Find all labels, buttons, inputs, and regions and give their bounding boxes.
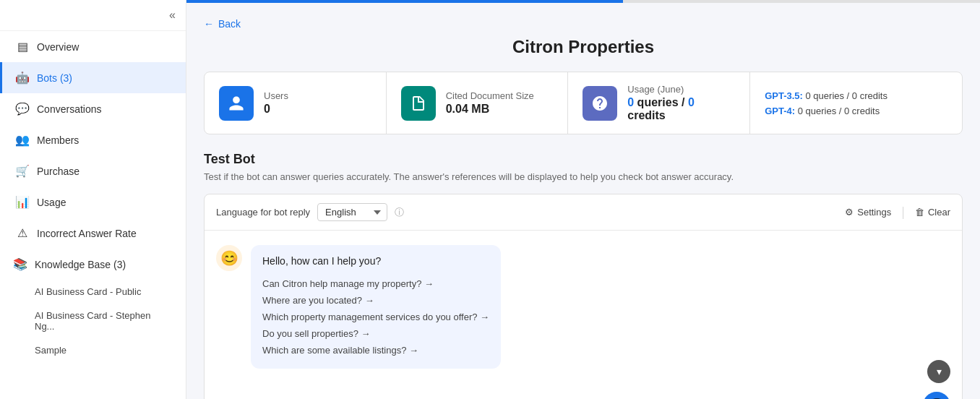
sub-item-label: AI Business Card - Stephen Ng...: [35, 310, 150, 332]
chevron-down-icon: ▾: [937, 366, 942, 377]
suggestion-0[interactable]: Can Citron help manage my property? →: [262, 275, 489, 292]
usage-stat-info: Usage (June) 0 queries / 0 credits: [627, 84, 735, 122]
suggestion-2[interactable]: Which property management services do yo…: [262, 309, 489, 325]
back-label: Back: [218, 18, 241, 30]
clear-label: Clear: [928, 207, 950, 218]
purchase-icon: 🛒: [15, 164, 30, 178]
clear-button[interactable]: 🗑 Clear: [915, 207, 950, 218]
settings-label: Settings: [857, 207, 891, 218]
usage-stat-label: Usage (June): [627, 84, 735, 95]
sidebar-item-label: Members: [37, 134, 79, 146]
bot-avatar: 😊: [216, 245, 242, 271]
gpt35-label: GPT-3.5:: [765, 90, 803, 101]
language-bar: Language for bot reply English Spanish F…: [205, 194, 962, 231]
chat-support-button[interactable]: 💬: [923, 392, 950, 399]
usage-stat-icon: [583, 86, 617, 121]
users-stat-icon: [219, 86, 254, 121]
sidebar-item-label: Bots (3): [37, 72, 72, 84]
sidebar-item-purchase[interactable]: 🛒 Purchase: [0, 155, 186, 186]
knowledge-base-label: Knowledge Base (3): [35, 259, 126, 270]
language-select[interactable]: English Spanish French German Chinese Ja…: [317, 203, 387, 221]
test-bot-section-title: Test Bot: [204, 152, 963, 167]
language-label: Language for bot reply: [216, 207, 310, 218]
cited-doc-stat-icon: [401, 86, 436, 121]
sidebar-item-bots[interactable]: 🤖 Bots (3): [0, 62, 186, 93]
suggestion-3[interactable]: Do you sell properties? →: [262, 325, 489, 342]
settings-icon: ⚙: [845, 207, 854, 218]
gpt4-value: 0 queries / 0 credits: [798, 106, 880, 116]
sidebar-item-overview[interactable]: ▤ Overview: [0, 31, 186, 62]
bot-greeting: Hello, how can I help you?: [262, 255, 489, 267]
sidebar-sub-item-ai-business-card-stephen[interactable]: AI Business Card - Stephen Ng...: [0, 304, 186, 338]
test-bot-container: Language for bot reply English Spanish F…: [204, 194, 963, 399]
bot-message: 😊 Hello, how can I help you? Can Citron …: [216, 245, 950, 369]
knowledge-base-icon: 📚: [13, 257, 27, 271]
stat-card-users: Users 0: [205, 72, 387, 134]
sidebar-item-members[interactable]: 👥 Members: [0, 124, 186, 155]
incorrect-answer-icon: ⚠: [15, 226, 30, 240]
sidebar-item-label: Incorrect Answer Rate: [37, 228, 137, 239]
gpt4-label: GPT-4:: [765, 106, 795, 116]
suggestion-4[interactable]: Which are some available listings? →: [262, 342, 489, 359]
usage-icon: 📊: [15, 195, 30, 209]
gpt35-value: 0 queries / 0 credits: [806, 90, 887, 101]
settings-button[interactable]: ⚙ Settings: [845, 207, 891, 218]
cited-doc-stat-info: Cited Document Size 0.04 MB: [446, 90, 534, 116]
sidebar: « ▤ Overview 🤖 Bots (3) 💬 Conversations …: [0, 0, 186, 399]
gpt35-row: GPT-3.5: 0 queries / 0 credits: [765, 90, 947, 101]
gpt4-row: GPT-4: 0 queries / 0 credits: [765, 106, 947, 116]
language-left: Language for bot reply English Spanish F…: [216, 203, 404, 221]
trash-icon: 🗑: [915, 207, 924, 218]
test-bot-section-desc: Test if the bot can answer queries accur…: [204, 171, 963, 182]
page-title: Citron Properties: [204, 37, 963, 57]
members-icon: 👥: [15, 133, 30, 147]
sub-item-label: AI Business Card - Public: [35, 286, 141, 297]
sidebar-item-incorrect-answer-rate[interactable]: ⚠ Incorrect Answer Rate: [0, 218, 186, 249]
usage-stat-value: 0 queries / 0 credits: [627, 96, 735, 122]
sidebar-knowledge-base[interactable]: 📚 Knowledge Base (3): [0, 249, 186, 280]
language-info-icon: ⓘ: [395, 206, 404, 219]
content-area: ← Back Citron Properties Users 0: [186, 3, 980, 399]
sidebar-item-conversations[interactable]: 💬 Conversations: [0, 93, 186, 124]
divider: |: [901, 205, 905, 220]
sidebar-item-label: Purchase: [37, 166, 79, 177]
sidebar-item-label: Conversations: [37, 103, 102, 115]
back-arrow-icon: ←: [204, 18, 214, 30]
language-right: ⚙ Settings | 🗑 Clear: [845, 205, 950, 220]
back-button[interactable]: ← Back: [204, 18, 241, 30]
sidebar-sub-item-ai-business-card-public[interactable]: AI Business Card - Public: [0, 280, 186, 304]
sidebar-sub-item-sample[interactable]: Sample: [0, 338, 186, 362]
sidebar-item-label: Overview: [37, 41, 79, 53]
sub-item-label: Sample: [35, 345, 66, 356]
stats-row: Users 0 Cited Document Size 0.04 MB: [204, 72, 963, 134]
sidebar-item-usage[interactable]: 📊 Usage: [0, 186, 186, 218]
bot-bubble: Hello, how can I help you? Can Citron he…: [251, 245, 501, 369]
stat-card-cited-doc: Cited Document Size 0.04 MB: [387, 72, 569, 134]
overview-icon: ▤: [15, 40, 30, 53]
gpt-usage-card: GPT-3.5: 0 queries / 0 credits GPT-4: 0 …: [750, 72, 962, 134]
users-stat-value: 0: [264, 103, 288, 116]
conversations-icon: 💬: [15, 102, 30, 116]
suggestion-1[interactable]: Where are you located? →: [262, 292, 489, 309]
sidebar-item-label: Usage: [37, 197, 66, 208]
users-stat-label: Users: [264, 90, 288, 101]
cited-doc-stat-label: Cited Document Size: [446, 90, 534, 101]
chat-area: 😊 Hello, how can I help you? Can Citron …: [205, 231, 962, 399]
sidebar-header: «: [0, 0, 186, 31]
scroll-down-button[interactable]: ▾: [927, 360, 950, 383]
cited-doc-stat-value: 0.04 MB: [446, 103, 534, 116]
users-stat-info: Users 0: [264, 90, 288, 116]
stat-card-usage: Usage (June) 0 queries / 0 credits: [568, 72, 750, 134]
main-content: ← Back Citron Properties Users 0: [186, 0, 980, 399]
sidebar-collapse-button[interactable]: «: [169, 9, 176, 22]
bots-icon: 🤖: [15, 71, 30, 85]
